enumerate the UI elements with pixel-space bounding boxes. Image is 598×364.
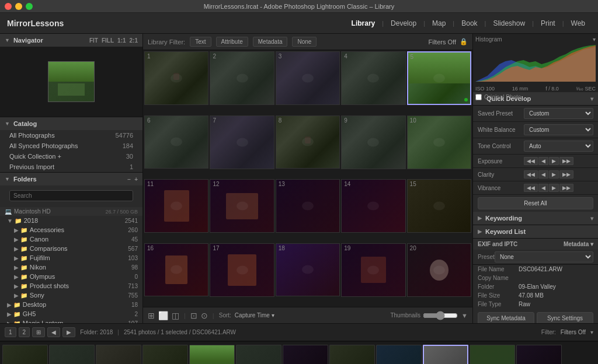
grid-cell-9[interactable]: 9 [341, 116, 405, 169]
nav-fit[interactable]: FIT [89, 37, 98, 44]
folder-gh5[interactable]: ▶ 📁 GH5 2 [0, 309, 142, 318]
filmstrip-thumb-6[interactable] [236, 345, 281, 364]
folder-accessories[interactable]: ▶ 📁 Accessories 260 [0, 225, 142, 235]
keyword-list-header[interactable]: ▶ Keyword List [473, 225, 598, 239]
grid-cell-3[interactable]: 3 [276, 51, 340, 105]
filmstrip-thumb-2[interactable] [49, 345, 95, 364]
exposure-dec-large[interactable]: ◀◀ [524, 157, 538, 165]
filmstrip-thumb-8[interactable] [329, 345, 375, 364]
grid-cell-19[interactable]: 19 [341, 243, 405, 297]
folder-comparisons[interactable]: ▶ 📁 Comparisons 567 [0, 244, 142, 253]
grid-cell-11[interactable]: 11 [144, 179, 208, 233]
exposure-inc-large[interactable]: ▶▶ [559, 157, 573, 165]
thumbnail-size-slider[interactable] [423, 311, 458, 320]
grid-view-icon[interactable]: ⊞ [148, 311, 155, 320]
view-2-btn[interactable]: 2 [19, 327, 30, 337]
nav-1to1[interactable]: 1:1 [117, 37, 126, 44]
filmstrip-thumb-12[interactable] [516, 345, 562, 364]
grid-cell-14[interactable]: 14 [341, 179, 405, 233]
folders-search-input[interactable] [9, 190, 133, 201]
filmstrip-thumb-7[interactable] [283, 345, 328, 364]
statusbar-menu[interactable]: ▾ [590, 329, 593, 335]
exposure-dec[interactable]: ◀ [538, 157, 548, 165]
nav-slideshow[interactable]: Slideshow [487, 17, 531, 30]
folder-fujifilm[interactable]: ▶ 📁 Fujifilm 103 [0, 253, 142, 262]
filmstrip-thumb-4[interactable] [142, 345, 188, 364]
grid-cell-1[interactable]: 1 [144, 51, 208, 105]
folder-2018[interactable]: ▼ 📁 2018 2541 [0, 216, 142, 225]
minimize-button[interactable] [15, 3, 22, 10]
clarity-inc[interactable]: ▶ [549, 170, 559, 178]
grid-cell-15[interactable]: 15 [407, 179, 471, 233]
catalog-header[interactable]: ▼ Catalog [0, 117, 142, 130]
grid-cell-6[interactable]: 6 [144, 116, 208, 169]
folders-plus[interactable]: + [134, 176, 138, 183]
grid-cell-2[interactable]: 2 [210, 51, 274, 105]
filter-lock-icon[interactable]: 🔒 [460, 38, 468, 46]
keywording-header[interactable]: ▶ Keywording ▾ [473, 212, 598, 225]
catalog-synced[interactable]: All Synced Photographs 184 [0, 141, 142, 151]
nav-fill[interactable]: FILL [102, 37, 114, 44]
filmstrip-thumb-5[interactable] [189, 345, 235, 364]
filmstrip-thumb-9[interactable] [376, 345, 422, 364]
grid-cell-17[interactable]: 17 [210, 243, 274, 297]
compare-view-icon[interactable]: ◫ [172, 311, 179, 320]
folder-magic-lantern[interactable]: ▶ 📁 Magic Lantern 107 [0, 318, 142, 323]
grid-cell-20[interactable]: 20 [407, 243, 471, 297]
survey-view-icon[interactable]: ⊡ [190, 311, 197, 320]
grid-cell-7[interactable]: 7 [210, 116, 274, 169]
grid-cell-16[interactable]: 16 [144, 243, 208, 297]
filmstrip-thumb-10[interactable] [423, 345, 468, 364]
tone-control-select[interactable]: Auto [524, 141, 593, 152]
vibrance-dec-large[interactable]: ◀◀ [524, 184, 538, 192]
filmstrip-thumb-11[interactable] [470, 345, 515, 364]
disk-macintosh-hd[interactable]: 💻 Macintosh HD 26.7 / 500 GB [0, 207, 142, 216]
maximize-button[interactable] [26, 3, 33, 10]
folder-canon[interactable]: ▶ 📁 Canon 45 [0, 235, 142, 244]
folder-olympus[interactable]: ▶ 📁 Olympus 0 [0, 272, 142, 281]
white-balance-select[interactable]: Custom [524, 124, 593, 135]
filter-none-button[interactable]: None [292, 37, 317, 47]
folder-sony[interactable]: ▶ 📁 Sony 755 [0, 290, 142, 300]
catalog-all-photographs[interactable]: All Photographs 54776 [0, 130, 142, 141]
grid-view-btn[interactable]: ⊞ [32, 327, 45, 337]
vibrance-dec[interactable]: ◀ [538, 184, 548, 192]
navigator-header[interactable]: ▼ Navigator FIT FILL 1:1 2:1 [0, 34, 142, 47]
grid-cell-10[interactable]: 10 [407, 116, 471, 169]
clarity-inc-large[interactable]: ▶▶ [559, 170, 573, 178]
original-photo-checkbox[interactable] [475, 94, 482, 100]
nav-web[interactable]: Web [565, 17, 591, 30]
reset-all-button[interactable]: Reset All [478, 197, 593, 209]
metadata-section-header[interactable]: EXIF and IPTC Metadata ▾ [473, 239, 598, 250]
nav-next-btn[interactable]: ▶ [62, 327, 75, 337]
vibrance-inc[interactable]: ▶ [549, 184, 559, 192]
filmstrip-thumb-3[interactable] [96, 345, 141, 364]
people-view-icon[interactable]: ⊙ [201, 311, 208, 320]
close-button[interactable] [5, 3, 12, 10]
grid-cell-4[interactable]: 4 [341, 51, 405, 105]
nav-ratio[interactable]: 2:1 [130, 37, 138, 44]
filter-metadata-button[interactable]: Metadata [253, 37, 288, 47]
sort-value[interactable]: Capture Time ▾ [235, 312, 274, 318]
clarity-dec[interactable]: ◀ [538, 170, 548, 178]
histogram-menu-icon[interactable]: ▾ [593, 36, 596, 43]
folder-desktop[interactable]: ▶ 📁 Desktop 18 [0, 300, 142, 309]
sync-settings-button[interactable]: Sync Settings [537, 312, 593, 323]
exposure-inc[interactable]: ▶ [549, 157, 559, 165]
nav-develop[interactable]: Develop [385, 17, 422, 30]
saved-preset-select[interactable]: Custom [524, 108, 593, 119]
nav-print[interactable]: Print [535, 17, 561, 30]
nav-library[interactable]: Library [346, 17, 381, 30]
metadata-preset-select[interactable]: None [495, 251, 593, 262]
filter-attribute-button[interactable]: Attribute [216, 37, 248, 47]
folders-minus[interactable]: − [127, 176, 131, 183]
clarity-dec-large[interactable]: ◀◀ [524, 170, 538, 178]
folder-nikon[interactable]: ▶ 📁 Nikon 98 [0, 262, 142, 272]
grid-cell-13[interactable]: 13 [276, 179, 340, 233]
catalog-previous-import[interactable]: Previous Import 1 [0, 162, 142, 172]
nav-book[interactable]: Book [456, 17, 483, 30]
filter-right-value[interactable]: Filters Off [561, 329, 586, 335]
catalog-quick-collection[interactable]: Quick Collection + 30 [0, 151, 142, 162]
grid-cell-12[interactable]: 12 [210, 179, 274, 233]
view-1-btn[interactable]: 1 [5, 327, 16, 337]
